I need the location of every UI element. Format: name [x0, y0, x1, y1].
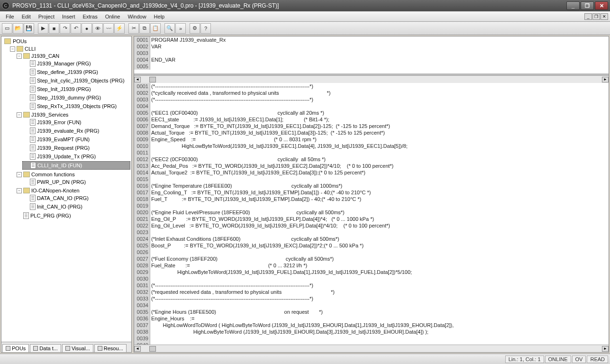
toolbar-trace-button[interactable]: 〰 [103, 23, 114, 34]
sidebar-tab[interactable]: Visual... [62, 344, 93, 352]
toolbar-cut-button[interactable]: ✂ [128, 23, 139, 34]
tree-node[interactable]: J1939_Request (PRG) [22, 144, 130, 152]
code-line[interactable]: 0011 [134, 149, 609, 156]
toolbar-open-button[interactable]: 📂 [13, 23, 23, 34]
expand-icon[interactable]: − [17, 112, 22, 118]
code-line[interactable]: 0001PROGRAM J1939_evaluate_Rx [134, 36, 609, 43]
tree-node[interactable]: PWR_UP_DN (PRG) [22, 178, 130, 186]
mdi-close[interactable]: ✕ [601, 13, 608, 20]
maximize-button[interactable]: ❐ [581, 1, 594, 10]
close-button[interactable]: ✕ [595, 1, 608, 10]
toolbar-next-button[interactable]: » [175, 23, 186, 34]
scroll-thumb[interactable] [149, 346, 156, 352]
code-line[interactable]: 0036Engine_Hours := [134, 315, 609, 322]
tree-node[interactable]: Step_define_J1939 (PRG) [22, 68, 130, 76]
sidebar-tab[interactable]: POUs [2, 344, 29, 352]
menu-help[interactable]: Help [150, 13, 169, 20]
code-line[interactable]: 0028Fuel_Rate := (* 0 ... 3212 l/h *) [134, 262, 609, 269]
tree-node[interactable]: −IO-CANopen-Knoten [16, 187, 130, 194]
menu-window[interactable]: Window [124, 13, 150, 20]
code-line[interactable]: 0005 [134, 63, 609, 70]
minimize-button[interactable]: _ [566, 1, 580, 10]
sidebar-tab[interactable]: Data t... [30, 344, 61, 352]
code-line[interactable]: 0001(*----------------------------------… [134, 83, 609, 90]
tree-node[interactable]: PLC_PRG (PRG) [16, 212, 130, 219]
code-line[interactable]: 0027(*Fuel Economy (18FEF200) cyclically… [134, 255, 609, 262]
expand-icon[interactable]: − [17, 172, 22, 177]
code-line[interactable]: 0020(*Engine Fluid Level/Pressure (18FEE… [134, 209, 609, 216]
code-line[interactable]: 0015 [134, 176, 609, 182]
code-line[interactable]: 0005(*EEC1 (0CF00400) cyclically all 20m… [134, 109, 609, 116]
decl-hscroll[interactable]: ◄ ► [134, 75, 609, 83]
toolbar-stop-button[interactable]: ■ [49, 23, 59, 34]
tree-node[interactable]: −Common functions [16, 171, 130, 178]
menu-project[interactable]: Project [35, 13, 58, 20]
code-line[interactable]: 0029 HighLowByteToWord(J1939_Id_lst[iJ19… [134, 269, 609, 275]
code-line[interactable]: 0003(*----------------------------------… [134, 96, 609, 103]
tree-node[interactable]: Init_CAN_IO (PRG) [22, 203, 130, 210]
code-line[interactable]: 0019 [134, 202, 609, 209]
code-line[interactable]: 0012(*EEC2 (0CF00300) cyclically all 50m… [134, 156, 609, 163]
tree-node[interactable]: J1939_Update_Tx (PRG) [22, 153, 130, 160]
code-line[interactable]: 0022Eng_Oil_Level := BYTE_TO_WORD(J1939_… [134, 222, 609, 229]
expand-icon[interactable]: − [10, 46, 15, 52]
toolbar-watch-button[interactable]: 👁 [92, 23, 103, 34]
toolbar-new-button[interactable]: ▭ [2, 23, 12, 34]
tree-node[interactable]: CLLI_Init_ID (FUN) [22, 161, 130, 170]
scroll-right-icon[interactable]: ► [602, 346, 609, 352]
code-line[interactable]: 0021Eng_Oil_P := BYTE_TO_WORD(J1939_Id_l… [134, 216, 609, 222]
body-pane[interactable]: 0001(*----------------------------------… [134, 83, 609, 345]
tree-node[interactable]: J1939_EvaMPT (FUN) [22, 136, 130, 143]
tree-node[interactable]: −CLLI [9, 46, 130, 52]
tree-node[interactable]: DATA_CAN_IO (PRG) [22, 194, 130, 202]
mdi-minimize[interactable]: _ [584, 13, 592, 20]
scroll-thumb[interactable] [149, 77, 156, 82]
expand-icon[interactable]: − [17, 188, 22, 193]
menu-insert[interactable]: Insert [58, 13, 79, 20]
tree-node[interactable]: −J1939_CAN [16, 53, 130, 59]
code-line[interactable]: 0003 [134, 50, 609, 56]
code-line[interactable]: 0035(*Engine Hours (18FEE500) on request… [134, 309, 609, 315]
code-line[interactable]: 0018Fuel_T := BYTE_TO_INT(J1939_Id_lst[i… [134, 196, 609, 202]
toolbar-copy-button[interactable]: ⧉ [139, 23, 150, 34]
code-line[interactable]: 0007Demand_Torque := BYTE_TO_INT(J1939_I… [134, 123, 609, 129]
tree-node[interactable]: Step_RxTx_J1939_Objects (PRG) [22, 102, 130, 110]
sidebar-tab[interactable]: Resou... [94, 344, 127, 352]
toolbar-cfg-button[interactable]: ⚙ [190, 23, 200, 34]
code-line[interactable]: 0037 HighLowWordToDWord ( HighLowByteToW… [134, 322, 609, 328]
code-line[interactable]: 0033(*----------------------------------… [134, 295, 609, 302]
code-line[interactable]: 0032(*requested received data , transfor… [134, 289, 609, 295]
code-line[interactable]: 0016(*Engine Temperature (18FEEE00) cycl… [134, 182, 609, 189]
menu-file[interactable]: File [2, 13, 18, 20]
code-line[interactable]: 0030 [134, 275, 609, 282]
code-line[interactable]: 0006EEC1_state := J1939_Id_lst[iJ1939_EE… [134, 116, 609, 123]
code-line[interactable]: 0009Engine_Speed := (* 0 ... 8031 rpm *) [134, 136, 609, 143]
scroll-left-icon[interactable]: ◄ [134, 77, 141, 82]
code-line[interactable]: 0017Eng_Cooling_T := BYTE_TO_INT(J1939_I… [134, 189, 609, 196]
project-tree[interactable]: POUs −CLLI−J1939_CANJ1939_Manager (PRG)S… [1, 36, 131, 342]
code-line[interactable]: 0008Actual_Torque := BYTE_TO_INT(J1939_I… [134, 129, 609, 136]
code-line[interactable]: 0034 [134, 302, 609, 309]
expand-icon[interactable]: − [17, 54, 22, 59]
code-line[interactable]: 0023 [134, 229, 609, 236]
scroll-right-icon[interactable]: ► [602, 77, 609, 82]
code-line[interactable]: 0004 [134, 103, 609, 109]
tree-node[interactable]: J1939_Error (FUN) [22, 118, 130, 126]
code-line[interactable]: 0039 [134, 335, 609, 342]
declaration-pane[interactable]: 0001PROGRAM J1939_evaluate_Rx0002VAR0003… [134, 36, 609, 75]
toolbar-help-button[interactable]: ? [200, 23, 211, 34]
toolbar-over-button[interactable]: ↶ [71, 23, 81, 34]
tree-node[interactable]: J1939_Manager (PRG) [22, 60, 130, 67]
code-line[interactable]: 0004END_VAR [134, 56, 609, 63]
menu-online[interactable]: Online [101, 13, 124, 20]
mdi-restore[interactable]: ❐ [592, 13, 600, 20]
toolbar-step-button[interactable]: ↷ [60, 23, 70, 34]
code-line[interactable]: 0010 HighLowByteToWord(J1939_Id_lst[iJ19… [134, 143, 609, 149]
code-line[interactable]: 0025Boost_P := BYTE_TO_WORD(J1939_Id_lst… [134, 242, 609, 249]
code-line[interactable]: 0002(*cyclically received data , transfo… [134, 90, 609, 96]
tree-node[interactable]: Step_J1939_dummy (PRG) [22, 94, 130, 101]
toolbar-paste-button[interactable]: 📋 [150, 23, 161, 34]
code-line[interactable]: 0031(*----------------------------------… [134, 282, 609, 289]
tree-node[interactable]: −J1939_Services [16, 111, 130, 118]
code-line[interactable]: 0040 [134, 342, 609, 345]
